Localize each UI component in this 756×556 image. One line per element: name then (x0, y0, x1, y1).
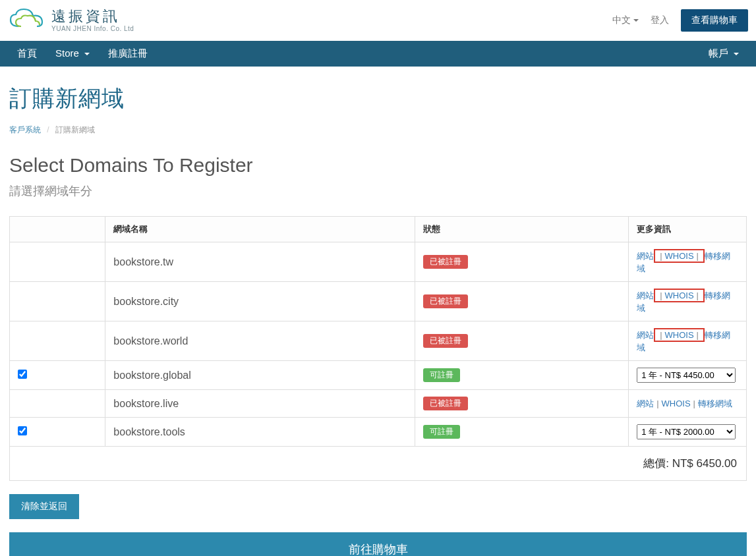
cell-domain: bookstore.tools (105, 418, 415, 447)
table-row: bookstore.tw已被註冊網站|WHOIS|轉移網域 (10, 242, 747, 282)
section-title: Select Domains To Register (9, 154, 747, 177)
language-switch[interactable]: 中文 (612, 14, 639, 26)
link-sep: | (697, 330, 699, 340)
col-domain-header: 網域名稱 (105, 217, 415, 242)
nav-left: 首頁 Store 推廣註冊 (8, 41, 157, 67)
cell-domain: bookstore.tw (105, 242, 415, 282)
cell-domain: bookstore.city (105, 282, 415, 321)
link-sep: | (656, 399, 658, 408)
year-select[interactable]: 1 年 - NT$ 4450.00 (637, 368, 736, 383)
cell-domain: bookstore.world (105, 321, 415, 361)
main-nav: 首頁 Store 推廣註冊 帳戶 (0, 41, 756, 67)
total-row: 總價: NT$ 6450.00 (9, 447, 747, 481)
crumb-current: 訂購新網域 (55, 125, 95, 134)
nav-home[interactable]: 首頁 (8, 41, 46, 67)
main-content: 訂購新網域 客戶系統 / 訂購新網域 Select Domains To Reg… (0, 67, 756, 556)
cell-domain: bookstore.live (105, 390, 415, 418)
col-check-header (10, 217, 105, 242)
cell-status: 已被註冊 (415, 321, 628, 361)
table-row: bookstore.world已被註冊網站|WHOIS|轉移網域 (10, 321, 747, 361)
whois-link[interactable]: WHOIS (665, 291, 694, 300)
cell-more: 網站|WHOIS|轉移網域 (629, 390, 747, 418)
whois-link[interactable]: WHOIS (665, 251, 694, 261)
view-cart-button[interactable]: 查看購物車 (681, 9, 748, 32)
cloud-icon (8, 7, 46, 34)
cell-check (10, 390, 105, 418)
clear-button[interactable]: 清除並返回 (9, 494, 79, 519)
cell-status: 已被註冊 (415, 390, 628, 418)
table-row: bookstore.tools可註冊1 年 - NT$ 2000.00 (10, 418, 747, 447)
crumb-sep: / (47, 125, 49, 134)
more-links: 網站|WHOIS|轉移網域 (637, 399, 732, 408)
whois-link[interactable]: WHOIS (662, 399, 691, 408)
link-sep: | (660, 251, 662, 261)
nav-account[interactable]: 帳戶 (699, 41, 748, 67)
whois-link[interactable]: WHOIS (665, 330, 694, 340)
status-badge: 可註冊 (423, 425, 460, 439)
link-sep: | (697, 291, 699, 300)
more-links: 網站|WHOIS|轉移網域 (637, 330, 730, 352)
cell-more: 網站|WHOIS|轉移網域 (629, 242, 747, 282)
site-link[interactable]: 網站 (637, 251, 654, 261)
whois-highlight: |WHOIS| (654, 289, 705, 302)
status-badge: 已被註冊 (423, 294, 468, 308)
cell-more: 1 年 - NT$ 2000.00 (629, 418, 747, 447)
caret-down-icon (734, 53, 739, 55)
domain-checkbox[interactable] (18, 426, 27, 435)
top-right-nav: 中文 登入 查看購物車 (612, 9, 748, 32)
cell-check (10, 282, 105, 321)
link-sep: | (660, 330, 662, 340)
cell-status: 已被註冊 (415, 282, 628, 321)
table-row: bookstore.global可註冊1 年 - NT$ 4450.00 (10, 361, 747, 390)
cell-more: 網站|WHOIS|轉移網域 (629, 321, 747, 361)
whois-highlight: |WHOIS| (654, 249, 705, 263)
nav-referral[interactable]: 推廣註冊 (99, 41, 157, 67)
nav-right: 帳戶 (699, 41, 748, 67)
cell-more: 1 年 - NT$ 4450.00 (629, 361, 747, 390)
site-link[interactable]: 網站 (637, 291, 654, 300)
status-badge: 已被註冊 (423, 397, 468, 410)
top-bar: 遠振資訊 YUAN JHEN Info. Co. Ltd 中文 登入 查看購物車 (0, 0, 756, 41)
breadcrumb: 客戶系統 / 訂購新網域 (9, 125, 747, 136)
cell-domain: bookstore.global (105, 361, 415, 390)
whois-highlight: |WHOIS| (654, 328, 705, 342)
nav-store[interactable]: Store (46, 41, 99, 67)
go-cart-button[interactable]: 前往購物車 (9, 532, 747, 556)
site-link[interactable]: 網站 (637, 399, 654, 408)
cell-status: 可註冊 (415, 418, 628, 447)
col-more-header: 更多資訊 (629, 217, 747, 242)
link-sep: | (660, 291, 662, 300)
col-status-header: 狀態 (415, 217, 628, 242)
crumb-home[interactable]: 客戶系統 (9, 125, 41, 134)
login-link[interactable]: 登入 (651, 14, 669, 26)
section-sub: 請選擇網域年分 (9, 183, 747, 199)
more-links: 網站|WHOIS|轉移網域 (637, 251, 730, 273)
cell-status: 已被註冊 (415, 242, 628, 282)
caret-down-icon (84, 53, 90, 55)
cell-check (10, 321, 105, 361)
brand-logo[interactable]: 遠振資訊 YUAN JHEN Info. Co. Ltd (8, 4, 134, 37)
cell-status: 可註冊 (415, 361, 628, 390)
table-row: bookstore.live已被註冊網站|WHOIS|轉移網域 (10, 390, 747, 418)
link-sep: | (693, 399, 695, 408)
cell-check (10, 361, 105, 390)
brand-text: 遠振資訊 YUAN JHEN Info. Co. Ltd (51, 9, 134, 32)
domain-checkbox[interactable] (18, 370, 27, 379)
transfer-link[interactable]: 轉移網域 (698, 399, 732, 408)
status-badge: 已被註冊 (423, 334, 468, 348)
cell-check (10, 418, 105, 447)
site-link[interactable]: 網站 (637, 330, 654, 340)
link-sep: | (697, 251, 699, 261)
more-links: 網站|WHOIS|轉移網域 (637, 291, 730, 313)
table-row: bookstore.city已被註冊網站|WHOIS|轉移網域 (10, 282, 747, 321)
caret-down-icon (633, 19, 639, 22)
cell-check (10, 242, 105, 282)
page-title: 訂購新網域 (9, 84, 747, 114)
status-badge: 可註冊 (423, 368, 460, 382)
domain-table: 網域名稱 狀態 更多資訊 bookstore.tw已被註冊網站|WHOIS|轉移… (9, 216, 747, 447)
year-select[interactable]: 1 年 - NT$ 2000.00 (637, 424, 736, 439)
cell-more: 網站|WHOIS|轉移網域 (629, 282, 747, 321)
status-badge: 已被註冊 (423, 255, 468, 269)
